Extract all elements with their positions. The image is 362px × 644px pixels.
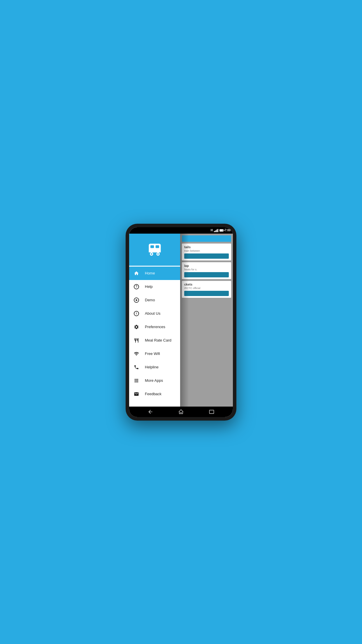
- status-bar: H 7:00: [129, 227, 233, 234]
- menu-item-demo[interactable]: Demo: [129, 293, 180, 307]
- svg-rect-8: [210, 410, 214, 414]
- train-icon: [147, 242, 163, 258]
- main-card-3: ckets IRCTC official: [182, 281, 231, 298]
- card3-title: ckets: [184, 283, 229, 286]
- card1-desc: train between: [184, 249, 229, 252]
- navigation-bar: [129, 407, 233, 417]
- menu-item-helpline[interactable]: Helpline: [129, 360, 180, 374]
- settings-icon: [133, 324, 140, 330]
- phone-icon: [133, 364, 140, 370]
- menu-item-help[interactable]: ? Help: [129, 280, 180, 293]
- menu-item-preferences[interactable]: Preferences: [129, 320, 180, 334]
- menu-label-more: More Apps: [145, 378, 163, 383]
- main-card-1: tails train between: [182, 244, 231, 260]
- svg-rect-1: [150, 245, 154, 248]
- menu-item-about[interactable]: i About Us: [129, 307, 180, 320]
- menu-item-feedback[interactable]: Feedback: [129, 387, 180, 401]
- card3-button[interactable]: [184, 291, 229, 296]
- svg-rect-2: [155, 245, 159, 248]
- screen-content: Home ? Help Demo: [129, 234, 233, 407]
- main-top-button: [182, 235, 231, 242]
- menu-label-about: About Us: [145, 311, 160, 316]
- navigation-drawer: Home ? Help Demo: [129, 234, 180, 407]
- menu-label-home: Home: [145, 271, 155, 275]
- svg-rect-3: [149, 251, 161, 252]
- signal-icon: [214, 229, 218, 232]
- drawer-header: [129, 234, 180, 266]
- play-icon: [133, 297, 140, 303]
- card3-desc: IRCTC official: [184, 287, 229, 290]
- wifi-icon: [133, 351, 140, 357]
- menu-item-wifi[interactable]: Free Wifi: [129, 347, 180, 360]
- main-card-2: lap heats for s.: [182, 262, 231, 279]
- menu-item-meal[interactable]: Meal Rate Card: [129, 334, 180, 347]
- utensils-icon: [133, 337, 140, 344]
- svg-point-7: [157, 253, 159, 255]
- menu-label-demo: Demo: [145, 298, 155, 302]
- svg-point-6: [151, 253, 152, 255]
- phone-device: H 7:00: [126, 224, 236, 421]
- mail-icon: [133, 391, 140, 397]
- menu-label-helpline: Helpline: [145, 365, 159, 369]
- card1-title: tails: [184, 245, 229, 249]
- grid-icon: [133, 377, 140, 384]
- menu-label-feedback: Feedback: [145, 392, 161, 396]
- info-icon: i: [133, 310, 140, 317]
- card2-title: lap: [184, 264, 229, 267]
- card1-button[interactable]: [184, 253, 229, 259]
- menu-label-wifi: Free Wifi: [145, 351, 160, 356]
- card2-desc: heats for s.: [184, 268, 229, 271]
- drawer-menu: Home ? Help Demo: [129, 267, 180, 407]
- signal-letter: H: [211, 229, 213, 232]
- back-button[interactable]: [147, 409, 153, 415]
- battery-icon: [219, 229, 224, 232]
- menu-label-meal: Meal Rate Card: [145, 338, 171, 342]
- phone-screen: H 7:00: [129, 227, 233, 417]
- main-content-area: tails train between lap heats for s. cke…: [180, 234, 233, 407]
- help-icon: ?: [133, 284, 140, 290]
- home-button[interactable]: [178, 409, 184, 415]
- menu-item-more[interactable]: More Apps: [129, 374, 180, 387]
- card2-button[interactable]: [184, 272, 229, 277]
- menu-label-preferences: Preferences: [145, 325, 165, 329]
- home-icon: [133, 270, 140, 276]
- clock: 7:00: [225, 229, 231, 232]
- menu-label-help: Help: [145, 284, 153, 289]
- recents-button[interactable]: [209, 409, 215, 415]
- menu-item-home[interactable]: Home: [129, 267, 180, 280]
